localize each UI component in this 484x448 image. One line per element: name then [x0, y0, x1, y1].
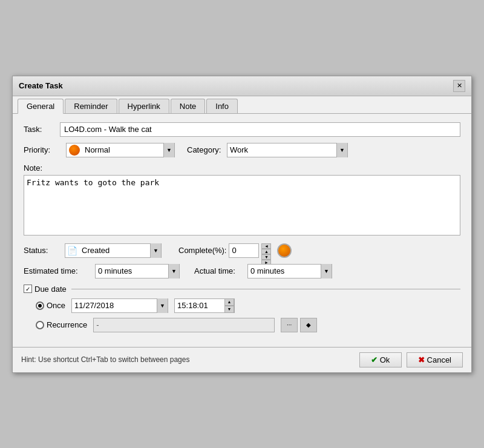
complete-group: Complete(%): ◄ ▲ ▼ ► — [178, 243, 292, 258]
complete-label: Complete(%): — [178, 246, 226, 255]
once-row: Once 11/27/2018 ▼ 15:18:01 ▲ ▼ — [24, 298, 460, 313]
status-doc-icon: 📄 — [67, 246, 77, 255]
button-group: ✔ Ok ✖ Cancel — [359, 352, 463, 367]
estimated-label: Estimated time: — [24, 266, 90, 275]
note-textarea[interactable]: Fritz wants to goto the park — [24, 175, 460, 236]
once-radio-group: Once — [36, 301, 65, 310]
time-spin-down[interactable]: ▼ — [224, 306, 234, 313]
due-date-checkbox[interactable]: ✓ — [24, 285, 32, 293]
time-field[interactable]: 15:18:01 ▲ ▼ — [174, 298, 235, 313]
priority-label: Priority: — [24, 145, 60, 154]
status-select[interactable]: 📄 Created ▼ — [65, 243, 162, 258]
tab-reminder[interactable]: Reminder — [65, 99, 117, 113]
complete-spin-up[interactable]: ▲ — [261, 249, 271, 254]
ok-button[interactable]: ✔ Ok — [359, 352, 402, 367]
category-dropdown-arrow[interactable]: ▼ — [336, 143, 347, 157]
status-row: Status: 📄 Created ▼ Complete(%): ◄ ▲ ▼ ► — [24, 243, 460, 258]
tab-bar: General Reminder Hyperlink Note Info — [13, 96, 471, 114]
status-dropdown-arrow[interactable]: ▼ — [150, 243, 161, 258]
recurrence-radio[interactable] — [36, 321, 44, 329]
category-label: Category: — [187, 145, 223, 154]
status-label: Status: — [24, 246, 60, 255]
tab-info[interactable]: Info — [206, 99, 238, 113]
cancel-icon: ✖ — [418, 355, 425, 364]
due-date-label: Due date — [34, 285, 67, 294]
priority-select[interactable]: Normal ▼ — [66, 143, 175, 157]
actual-dropdown-arrow[interactable]: ▼ — [321, 264, 332, 278]
due-date-divider — [71, 289, 460, 289]
task-row: Task: — [24, 122, 460, 137]
due-date-checkbox-label[interactable]: ✓ Due date — [24, 285, 67, 294]
once-label: Once — [47, 301, 65, 310]
complete-spin-down[interactable]: ▼ — [261, 254, 271, 260]
recurrence-diamond-button[interactable]: ◆ — [300, 318, 317, 332]
ok-icon: ✔ — [371, 355, 378, 364]
recurrence-input: - — [93, 318, 275, 332]
due-date-row: ✓ Due date — [24, 285, 460, 294]
create-task-dialog: Create Task ✕ General Reminder Hyperlink… — [12, 76, 472, 373]
recurrence-value: - — [96, 320, 99, 329]
recurrence-label: Recurrence — [47, 320, 87, 329]
category-value: Work — [227, 144, 336, 156]
priority-category-row: Priority: Normal ▼ Category: Work ▼ — [24, 143, 460, 157]
priority-dropdown-arrow[interactable]: ▼ — [163, 143, 174, 157]
priority-icon — [69, 145, 80, 156]
close-button[interactable]: ✕ — [453, 80, 465, 92]
complete-spin-left[interactable]: ◄ — [261, 243, 271, 249]
recurrence-row: Recurrence - ··· ◆ — [24, 318, 460, 332]
note-label: Note: — [24, 163, 460, 173]
time-row: Estimated time: 0 minutes ▼ Actual time:… — [24, 264, 460, 278]
tab-general[interactable]: General — [18, 99, 64, 114]
hint-text: Hint: Use shortcut Ctrl+Tab to switch be… — [21, 355, 189, 364]
status-value: Created — [79, 245, 150, 256]
actual-select[interactable]: 0 minutes ▼ — [247, 264, 332, 278]
recurrence-radio-group: Recurrence — [36, 320, 87, 329]
hint-bar: Hint: Use shortcut Ctrl+Tab to switch be… — [13, 347, 471, 372]
estimated-value: 0 minutes — [96, 265, 168, 277]
task-input[interactable] — [60, 122, 460, 137]
actual-value: 0 minutes — [248, 265, 321, 277]
complete-spinner: ◄ ▲ ▼ ► — [261, 243, 271, 258]
title-bar: Create Task ✕ — [13, 76, 471, 96]
date-value: 11/27/2018 — [72, 300, 157, 311]
cancel-label: Cancel — [427, 355, 451, 364]
complete-input[interactable] — [229, 243, 259, 258]
priority-value: Normal — [82, 144, 163, 156]
tab-hyperlink[interactable]: Hyperlink — [119, 99, 169, 113]
time-spin-up[interactable]: ▲ — [224, 298, 234, 306]
cancel-button[interactable]: ✖ Cancel — [407, 352, 463, 367]
form-content: Task: Priority: Normal ▼ Category: Work … — [13, 114, 471, 344]
estimated-select[interactable]: 0 minutes ▼ — [95, 264, 180, 278]
date-dropdown-arrow[interactable]: ▼ — [157, 298, 168, 313]
category-group: Category: Work ▼ — [187, 143, 348, 157]
task-label: Task: — [24, 125, 60, 134]
time-spinner: ▲ ▼ — [224, 298, 234, 313]
dialog-title: Create Task — [19, 81, 63, 90]
category-select[interactable]: Work ▼ — [227, 143, 348, 157]
estimated-dropdown-arrow[interactable]: ▼ — [168, 264, 179, 278]
tab-note[interactable]: Note — [171, 99, 205, 113]
status-circle-icon — [277, 243, 292, 258]
recurrence-buttons: ··· ◆ — [281, 318, 317, 332]
ok-label: Ok — [380, 355, 390, 364]
date-select[interactable]: 11/27/2018 ▼ — [71, 298, 168, 313]
once-radio[interactable] — [36, 301, 44, 310]
time-value: 15:18:01 — [175, 300, 224, 311]
actual-label: Actual time: — [194, 266, 243, 275]
recurrence-dots-button[interactable]: ··· — [281, 318, 298, 332]
